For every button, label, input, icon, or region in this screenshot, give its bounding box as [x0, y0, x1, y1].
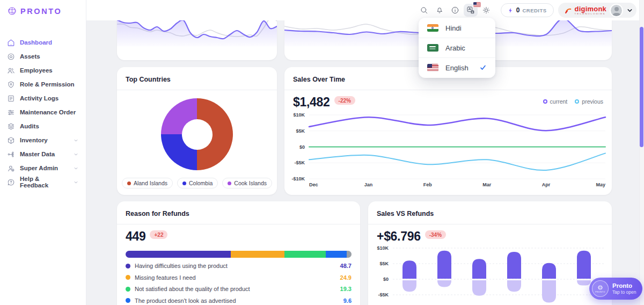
partner-subtitle: TECHNOLOGIES	[575, 13, 606, 15]
sidebar-item-employees[interactable]: Employees	[0, 63, 86, 77]
sidebar-item-dashboard[interactable]: Dashboard	[0, 35, 86, 49]
us-flag-icon	[427, 64, 438, 71]
svg-text:$0: $0	[299, 144, 305, 150]
sidebar-item-label: Role & Permission	[20, 81, 75, 88]
sales-over-time-value: $1,482	[293, 96, 330, 109]
legend-dot	[182, 181, 186, 185]
card-header: Top Countries	[117, 67, 277, 90]
reason-label: Missing features I need	[135, 274, 196, 281]
sparkline-chart-left	[117, 20, 277, 46]
sidebar-item-super-admin[interactable]: Super Admin	[0, 161, 86, 175]
sidebar-item-label: Super Admin	[20, 165, 58, 171]
pronto-fab-logo-text: PRONTO	[595, 291, 605, 293]
refund-reasons-stacked-bar	[126, 251, 352, 258]
sidebar-item-label: Help & Feedback	[20, 176, 68, 188]
sidebar-item-master-data[interactable]: Master Data	[0, 147, 86, 161]
partner-pill[interactable]: digimonk TECHNOLOGIES	[558, 3, 636, 18]
refunds-delta-badge: +22	[150, 230, 167, 239]
translate-icon[interactable]	[464, 4, 478, 17]
info-icon[interactable]	[448, 4, 462, 17]
masterdata-icon	[7, 150, 15, 158]
brand-logo[interactable]: PRONTO	[0, 0, 86, 16]
credits-count: 0	[516, 6, 520, 14]
sales-vs-refunds-delta-badge: -34%	[425, 230, 446, 239]
reason-row-having-difficulties-using-the-product: Having difficulties using the product48.…	[126, 260, 352, 272]
donut-legend-cook-islands[interactable]: Cook Islands	[222, 178, 272, 188]
stackbar-segment-having-difficulties-using-the-product	[126, 251, 231, 258]
theme-icon[interactable]	[479, 4, 493, 17]
sidebar-item-maintenance-order[interactable]: Maintenance Order	[0, 105, 86, 119]
sidebar-item-assets[interactable]: Assets	[0, 49, 86, 63]
chevron-down-icon	[73, 165, 79, 171]
chevron-down-icon	[73, 179, 79, 185]
sidebar-item-label: Inventory	[20, 137, 48, 143]
legend-label: current	[550, 98, 568, 105]
legend-dot	[127, 181, 131, 185]
language-dropdown-menu: HindiArabicEnglish	[419, 18, 495, 78]
card-sparkline-left	[117, 20, 277, 60]
credits-button[interactable]: 0 CREDITS	[501, 3, 554, 17]
pronto-chat-fab[interactable]: PRONTO Pronto Tap to open	[589, 278, 642, 300]
donut-hole	[182, 119, 213, 150]
legend-previous[interactable]: previous	[575, 98, 603, 105]
card-title: Reason for Refunds	[126, 210, 189, 217]
admin-icon	[7, 164, 15, 172]
legend-label: Colombia	[189, 180, 213, 186]
sales-over-time-line-chart[interactable]: $10K$5K$0-$5K-$10KDecJanFebMarAprMay	[284, 108, 612, 190]
reason-row-the-product-doesn-t-look-as-advertised: The product doesn't look as advertised9.…	[126, 295, 352, 305]
svg-text:$10K: $10K	[293, 112, 305, 118]
svg-text:$10K: $10K	[377, 245, 389, 251]
reason-value: 48.7	[340, 263, 352, 269]
sidebar-item-inventory[interactable]: Inventory	[0, 133, 86, 147]
stackbar-segment-missing-features-i-need	[231, 251, 284, 258]
credits-label: CREDITS	[522, 8, 546, 13]
svg-text:-$10K: -$10K	[291, 176, 305, 181]
sidebar-item-activity-logs[interactable]: Activity Logs	[0, 91, 86, 105]
menu-item-arabic[interactable]: Arabic	[419, 38, 495, 57]
scrollbar-thumb[interactable]	[640, 27, 643, 147]
sidebar-item-role-permission[interactable]: Role & Permission	[0, 77, 86, 91]
svg-text:Apr: Apr	[542, 182, 551, 187]
partner-logo: digimonk TECHNOLOGIES	[575, 5, 606, 15]
logs-icon	[7, 95, 15, 103]
donut-legend-colombia[interactable]: Colombia	[177, 178, 218, 188]
reason-value: 9.6	[343, 297, 352, 304]
app-root: PRONTO DashboardAssetsEmployeesRole & Pe…	[0, 0, 644, 305]
sa-flag-icon	[427, 44, 438, 52]
svg-text:Mar: Mar	[482, 182, 492, 187]
menu-item-hindi[interactable]: Hindi	[419, 18, 495, 38]
chevron-down-icon[interactable]	[626, 7, 633, 14]
reason-row-missing-features-i-need: Missing features I need24.9	[126, 272, 352, 284]
top-countries-donut-chart[interactable]	[161, 98, 233, 170]
menu-item-label: Hindi	[445, 24, 462, 32]
card-sales-over-time: Sales Over Time $1,482 -22% currentprevi…	[284, 67, 612, 195]
donut-legend-aland-islands[interactable]: Aland Islands	[122, 178, 173, 188]
globe-icon	[7, 6, 17, 16]
check-icon	[479, 64, 487, 71]
scrollbar-track[interactable]	[639, 0, 644, 305]
sidebar-item-label: Master Data	[20, 151, 55, 157]
card-title: Sales Over Time	[293, 76, 345, 83]
reason-label: The product doesn't look as advertised	[135, 297, 236, 304]
card-sales-vs-refunds: Sales VS Refunds +$6.796 -34% $10K$5K$0-…	[368, 201, 612, 305]
fab-subtitle: Tap to open	[612, 289, 636, 295]
main-content: Top Countries Aland IslandsColombiaCook …	[86, 20, 644, 305]
reason-value: 19.3	[340, 286, 352, 292]
sidebar-item-help-feedback[interactable]: Help & Feedback	[0, 175, 86, 189]
avatar[interactable]	[610, 4, 623, 17]
reason-label: Having difficulties using the product	[135, 263, 228, 269]
card-title: Sales VS Refunds	[377, 210, 434, 217]
pronto-fab-logo: PRONTO	[592, 280, 609, 297]
legend-current[interactable]: current	[543, 98, 568, 105]
header-icons	[417, 4, 493, 17]
sidebar-item-audits[interactable]: Audits	[0, 119, 86, 133]
stackbar-segment-not-satisfied-about-the-quality-of-the-product	[284, 251, 326, 258]
bell-icon[interactable]	[433, 4, 447, 17]
legend-dot	[228, 181, 231, 185]
menu-item-english[interactable]: English	[419, 57, 495, 77]
refund-reasons-legend: Having difficulties using the product48.…	[126, 260, 352, 305]
search-icon[interactable]	[417, 4, 431, 17]
sales-vs-refunds-bar-chart[interactable]: $10K$5K$0-$5K	[368, 240, 612, 305]
dashboard-icon	[7, 39, 15, 47]
fab-title: Pronto	[612, 282, 632, 289]
